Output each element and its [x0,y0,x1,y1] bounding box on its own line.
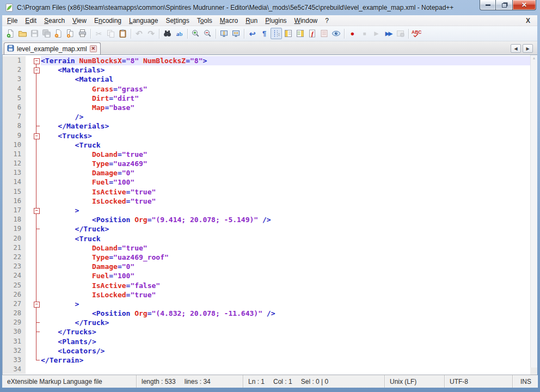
function-list-button[interactable]: ƒ [306,28,318,39]
start-recording-macro-button[interactable]: ● [347,28,358,39]
bookmark-margin[interactable] [26,187,32,197]
fold-collapse-icon[interactable] [32,206,41,215]
zoom-out-button[interactable] [202,28,213,39]
bookmark-margin[interactable] [26,140,32,150]
fold-collapse-icon[interactable] [32,131,41,140]
restore-button[interactable] [496,0,512,10]
tab-scroll-right-button[interactable]: ▶ [523,44,533,53]
bookmark-margin[interactable] [26,224,32,234]
redo-button[interactable]: ↷ [145,28,157,39]
undo-button[interactable]: ↶ [133,28,145,39]
code-line[interactable]: 24 Fuel="100" [3,271,530,280]
bookmark-margin[interactable] [26,281,32,290]
find-button[interactable] [162,28,173,39]
bookmark-margin[interactable] [26,94,32,103]
bookmark-margin[interactable] [26,318,32,327]
close-all-button[interactable] [65,28,76,39]
code-line[interactable]: 18 <Position Org="(9.414; 20.078; -5.149… [3,215,530,224]
bookmark-margin[interactable] [26,262,32,271]
code-line[interactable]: 28 <Position Org="(4.832; 20.078; -11.64… [3,309,530,318]
zoom-in-button[interactable] [190,28,201,39]
menu-item-window[interactable]: Window [291,16,322,26]
menu-item-plugins[interactable]: Plugins [261,16,290,26]
close-button[interactable]: ✕ [512,0,536,10]
bookmark-margin[interactable] [26,150,32,159]
run-macro-multiple-times-button[interactable]: ▶▶ [383,28,394,39]
code-line[interactable]: 15 IsActive="true" [3,187,530,197]
cut-button[interactable]: ✂ [93,28,105,39]
code-line[interactable]: 34 [3,365,530,374]
tab-scroll-left-button[interactable]: ◀ [511,44,521,53]
menu-item-help[interactable]: ? [321,16,333,26]
editor-area[interactable]: 1<Terrain NumBlocksX="8" NumBlocksZ="8">… [2,54,537,375]
code-line[interactable]: 27 > [3,299,530,309]
bookmark-margin[interactable] [26,112,32,121]
menu-item-tools[interactable]: Tools [193,16,216,26]
open-file-button[interactable] [17,28,28,39]
playback-macro-button[interactable]: ▶ [371,28,382,39]
bookmark-margin[interactable] [26,56,32,65]
bookmark-margin[interactable] [26,103,32,112]
menu-item-settings[interactable]: Settings [162,16,193,26]
code-line[interactable]: 16 IsLocked="true" [3,197,530,206]
bookmark-margin[interactable] [26,299,32,309]
menu-item-run[interactable]: Run [242,16,261,26]
fold-collapse-icon[interactable] [32,299,41,309]
bookmark-margin[interactable] [26,215,32,224]
code-line[interactable]: 19 </Truck> [3,224,530,234]
tab-close-icon[interactable]: ✕ [90,45,97,52]
replace-button[interactable]: ab [174,28,185,39]
show-all-characters-button[interactable]: ¶ [259,28,270,39]
code-line[interactable]: 11 DoLand="true" [3,150,530,159]
code-line[interactable]: 26 IsLocked="true" [3,290,530,299]
bookmark-margin[interactable] [26,206,32,215]
bookmark-margin[interactable] [26,290,32,299]
bookmark-margin[interactable] [26,159,32,168]
code-line[interactable]: 33</Terrain> [3,356,530,365]
word-wrap-button[interactable]: ↩ [247,28,258,39]
title-bar[interactable]: C:\Program Files (x86)\Steam\steamapps\c… [0,0,540,15]
code-line[interactable]: 2 <Materials> [3,65,530,75]
save-file-button[interactable] [29,28,40,39]
code-line[interactable]: 5 Dirt="dirt" [3,94,530,103]
print-button[interactable] [77,28,88,39]
code-line[interactable]: 4 Grass="grass" [3,84,530,94]
document-list-button[interactable] [294,28,306,39]
code-line[interactable]: 6 Map="base" [3,103,530,112]
bookmark-margin[interactable] [26,84,32,94]
fold-collapse-icon[interactable] [32,56,41,65]
bookmark-margin[interactable] [26,337,32,346]
bookmark-margin[interactable] [26,309,32,318]
code-area[interactable]: 1<Terrain NumBlocksX="8" NumBlocksZ="8">… [3,55,530,375]
code-line[interactable]: 22 Type="uaz469_roof" [3,253,530,262]
bookmark-margin[interactable] [26,271,32,280]
bookmark-margin[interactable] [26,365,32,374]
new-file-button[interactable] [5,28,16,39]
code-line[interactable]: 31 <Plants/> [3,337,530,346]
bookmark-margin[interactable] [26,75,32,84]
tab-level-example-map[interactable]: level_example_map.xml ✕ [4,42,101,54]
code-line[interactable]: 29 </Truck> [3,318,530,327]
code-line[interactable]: 17 > [3,206,530,215]
menu-item-encoding[interactable]: Encoding [90,16,125,26]
menu-item-file[interactable]: File [3,16,21,26]
bookmark-margin[interactable] [26,131,32,140]
show-indent-guide-button[interactable] [271,28,282,39]
menu-item-language[interactable]: Language [125,16,162,26]
code-line[interactable]: 8 </Materials> [3,121,530,131]
code-line[interactable]: 25 IsActive="false" [3,281,530,290]
menu-item-macro[interactable]: Macro [216,16,242,26]
document-map-button[interactable] [283,28,294,39]
bookmark-margin[interactable] [26,356,32,365]
monitoring-button[interactable] [330,28,342,39]
menu-item-search[interactable]: Search [40,16,69,26]
code-line[interactable]: 14 Fuel="100" [3,177,530,187]
code-line[interactable]: 12 Type="uaz469" [3,159,530,168]
spell-check-button[interactable]: ABC [411,28,422,39]
bookmark-margin[interactable] [26,253,32,262]
save-recorded-macro-button[interactable] [395,28,406,39]
code-line[interactable]: 10 <Truck [3,140,530,150]
code-line[interactable]: 3 <Material [3,75,530,84]
sync-scroll-horizontal-button[interactable] [230,28,242,39]
close-file-button[interactable] [53,28,64,39]
